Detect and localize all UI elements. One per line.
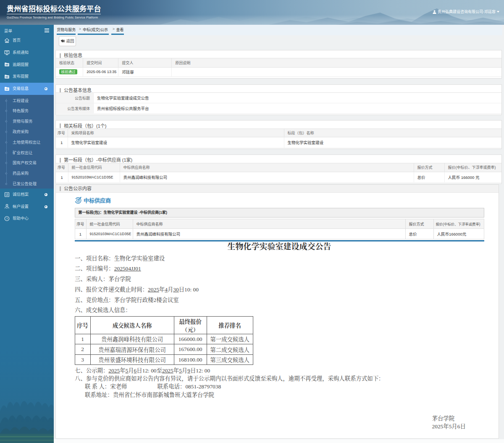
svg-text:?: ? — [6, 217, 8, 220]
